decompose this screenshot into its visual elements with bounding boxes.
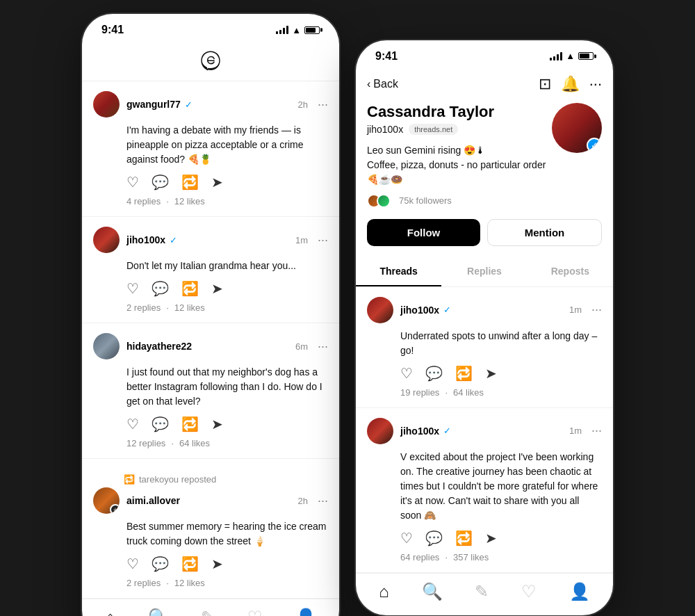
like-count: 12 likes — [174, 196, 205, 206]
post-content: Underrated spots to unwind after a long … — [367, 329, 602, 358]
signal-bar-1 — [550, 58, 552, 60]
nav-search[interactable]: 🔍 — [148, 608, 169, 616]
stat-separator: · — [166, 302, 169, 313]
more-options-button[interactable]: ··· — [318, 494, 328, 508]
post-content: Best summer memory = hearing the ice cre… — [93, 519, 328, 549]
post-actions: ♡ 💬 🔁 ➤ — [367, 365, 602, 382]
more-options-button[interactable]: ··· — [591, 302, 602, 317]
reply-count: 4 replies — [126, 196, 161, 206]
compose-icon: ✎ — [201, 608, 215, 616]
comment-button[interactable]: 💬 — [152, 280, 169, 297]
nav-compose[interactable]: ✎ — [475, 582, 489, 601]
nav-home[interactable]: ⌂ — [379, 582, 389, 601]
share-button[interactable]: ➤ — [211, 174, 223, 191]
repost-button[interactable]: 🔁 — [181, 416, 199, 432]
comment-button[interactable]: 💬 — [152, 174, 169, 191]
username: jiho100x — [400, 305, 439, 316]
more-options-button[interactable]: ··· — [318, 233, 328, 248]
post-content: V excited about the project I've been wo… — [367, 450, 602, 523]
like-button[interactable]: ♡ — [126, 556, 139, 572]
comment-button[interactable]: 💬 — [152, 556, 169, 572]
post-stats: 64 replies · 357 likes — [367, 552, 602, 562]
repost-label: tarekoyou reposted — [139, 474, 216, 485]
nav-profile[interactable]: 👤 — [569, 582, 590, 601]
bio-line-1: Leo sun Gemini rising 😍🌡 — [367, 145, 485, 156]
repost-button[interactable]: 🔁 — [455, 530, 473, 546]
post-item-repost: 🔁 tarekoyou reposted + aimi.allover 2h ·… — [82, 459, 339, 599]
like-button[interactable]: ♡ — [400, 365, 413, 382]
followers-row: 75k followers — [367, 194, 552, 208]
signal-bar-4 — [286, 26, 288, 34]
more-options-button[interactable]: ··· — [591, 423, 602, 438]
like-button[interactable]: ♡ — [126, 416, 139, 432]
comment-button[interactable]: 💬 — [425, 530, 443, 546]
repost-button[interactable]: 🔁 — [455, 365, 473, 382]
avatar — [367, 297, 393, 323]
post-meta: gwangurl77 ✓ 2h ··· — [126, 97, 328, 112]
share-button[interactable]: ➤ — [211, 416, 223, 432]
nav-search[interactable]: 🔍 — [422, 582, 443, 601]
post-header: + aimi.allover 2h ··· — [93, 487, 328, 514]
repost-button[interactable]: 🔁 — [181, 280, 199, 297]
post-item: jiho100x ✓ 1m ··· Don't let my Italian g… — [82, 217, 339, 323]
like-count: 64 likes — [179, 438, 210, 448]
followers-count: 75k followers — [399, 195, 452, 206]
post-time: 6m — [295, 341, 308, 352]
tab-threads[interactable]: Threads — [356, 257, 441, 286]
home-icon: ⌂ — [105, 608, 115, 616]
share-button[interactable]: ➤ — [211, 280, 223, 297]
battery-fill — [580, 54, 589, 58]
share-button[interactable]: ➤ — [485, 530, 497, 546]
like-button[interactable]: ♡ — [400, 530, 413, 546]
instagram-icon[interactable]: ⊡ — [539, 75, 551, 93]
tab-reposts[interactable]: Reposts — [528, 257, 613, 286]
follow-button[interactable]: Follow — [367, 219, 480, 246]
more-options-icon[interactable]: ··· — [589, 75, 602, 93]
comment-button[interactable]: 💬 — [425, 365, 443, 382]
post-meta: jiho100x ✓ 1m ··· — [126, 233, 328, 248]
follower-avatar — [377, 194, 391, 208]
post-stats: 12 replies · 64 likes — [93, 438, 328, 448]
wifi-icon: ▲ — [566, 51, 575, 61]
profile-text: Cassandra Taylor jiho100x threads.net Le… — [367, 103, 552, 208]
nav-compose[interactable]: ✎ — [201, 608, 215, 616]
more-options-button[interactable]: ··· — [318, 97, 328, 112]
like-count: 64 likes — [453, 387, 484, 398]
profile-info: Cassandra Taylor jiho100x threads.net Le… — [356, 103, 613, 219]
repost-button[interactable]: 🔁 — [181, 556, 199, 572]
compose-icon: ✎ — [475, 582, 489, 601]
post-stats: 2 replies · 12 likes — [93, 302, 328, 313]
comment-button[interactable]: 💬 — [152, 416, 169, 432]
search-icon: 🔍 — [148, 608, 169, 616]
tab-replies[interactable]: Replies — [441, 257, 527, 286]
nav-profile[interactable]: 👤 — [295, 608, 316, 616]
post-actions: ♡ 💬 🔁 ➤ — [367, 530, 602, 546]
wifi-icon: ▲ — [292, 25, 301, 35]
post-time: 2h — [298, 99, 308, 110]
post-header: jiho100x ✓ 1m ··· — [367, 297, 602, 323]
share-button[interactable]: ➤ — [211, 556, 223, 572]
reply-count: 2 replies — [126, 302, 161, 313]
stat-separator: · — [171, 438, 174, 448]
right-phone: 9:41 ▲ ‹ Back ⊡ 🔔 ··· Cassand — [356, 40, 613, 615]
avatar — [93, 333, 120, 359]
verified-badge: ✓ — [443, 305, 451, 315]
notification-icon[interactable]: 🔔 — [561, 75, 580, 93]
post-content: I'm having a debate with my friends — is… — [93, 123, 328, 167]
more-options-button[interactable]: ··· — [318, 339, 328, 354]
like-button[interactable]: ♡ — [126, 174, 139, 191]
stat-separator: · — [445, 552, 448, 562]
handle-badge: threads.net — [409, 124, 458, 135]
profile-post-item: jiho100x ✓ 1m ··· V excited about the pr… — [356, 408, 613, 573]
back-button[interactable]: ‹ Back — [367, 78, 398, 90]
like-button[interactable]: ♡ — [126, 280, 139, 297]
signal-bar-2 — [279, 30, 281, 34]
mention-button[interactable]: Mention — [487, 219, 602, 246]
nav-home[interactable]: ⌂ — [105, 608, 115, 616]
share-button[interactable]: ➤ — [485, 365, 497, 382]
heart-icon: ♡ — [521, 582, 537, 601]
nav-likes[interactable]: ♡ — [247, 608, 263, 616]
verified-badge: ✓ — [170, 235, 177, 245]
repost-button[interactable]: 🔁 — [181, 174, 199, 191]
nav-likes[interactable]: ♡ — [521, 582, 537, 601]
